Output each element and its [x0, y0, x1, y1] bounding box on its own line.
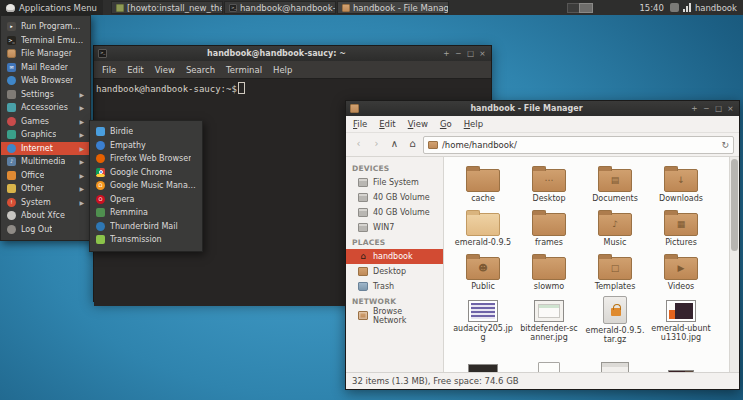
menu-item-log-out[interactable]: Log Out	[1, 223, 90, 237]
menu-item-about-xfce[interactable]: About Xfce	[1, 209, 90, 223]
terminal-menu-search[interactable]: Search	[186, 65, 215, 75]
up-button[interactable]: ∧	[387, 137, 402, 152]
menu-item-mail-reader[interactable]: ✉Mail Reader	[1, 61, 90, 75]
menu-item-run-program[interactable]: ▸Run Program...	[1, 20, 90, 34]
back-button[interactable]: ‹	[351, 137, 366, 152]
file-item[interactable]	[450, 358, 516, 372]
file-item[interactable]: ↓Downloads	[648, 162, 714, 206]
terminal-menu-file[interactable]: File	[102, 65, 116, 75]
file-item[interactable]: frames	[516, 206, 582, 250]
menu-item-games[interactable]: Games▶	[1, 115, 90, 129]
file-manager-minimize-button[interactable]: −	[702, 104, 711, 113]
submenu-item-remmina[interactable]: Remmina	[90, 206, 202, 220]
terminal-titlebar[interactable]: >_ handbook@handbook-saucy: ~ +−□×	[94, 46, 491, 61]
file-name: Desktop	[533, 194, 566, 203]
fm-menu-go[interactable]: Go	[440, 119, 452, 129]
terminal-menu-terminal[interactable]: Terminal	[226, 65, 262, 75]
workspace-2[interactable]	[579, 3, 593, 13]
file-item[interactable]: emerald-0.9.5.tar.gz	[582, 294, 648, 358]
workspace-switcher[interactable]	[567, 3, 593, 13]
clock[interactable]: 15:40	[639, 3, 664, 13]
submenu-item-birdie[interactable]: Birdie	[90, 125, 202, 139]
menu-item-system[interactable]: !System▶	[1, 196, 90, 210]
folder-icon	[358, 267, 368, 276]
sidebar-item-40-gb-volume[interactable]: 40 GB Volume	[346, 190, 443, 205]
taskbar-button[interactable]: handbook - File Manager	[337, 1, 449, 14]
terminal-minimize-button[interactable]: −	[454, 49, 463, 58]
about-xfce-icon	[7, 211, 16, 220]
file-item[interactable]: □Templates	[582, 250, 648, 294]
file-item[interactable]: audacity205.jpg	[450, 294, 516, 358]
file-item[interactable]: ♪Music	[582, 206, 648, 250]
menu-item-internet[interactable]: Internet▶	[1, 142, 90, 156]
sidebar-item-browse-network[interactable]: Browse Network	[346, 308, 443, 323]
submenu-item-google-chrome[interactable]: Google Chrome	[90, 166, 202, 180]
file-manager-shade-button[interactable]: +	[690, 104, 699, 113]
menu-item-other[interactable]: Other▶	[1, 182, 90, 196]
file-item[interactable]: emerald-ubuntu1310.jpg	[648, 294, 714, 358]
fm-menu-view[interactable]: View	[408, 119, 428, 129]
file-pane[interactable]: cache⋯Desktop▤Documents↓Downloadsemerald…	[444, 157, 739, 372]
file-item[interactable]	[648, 358, 714, 372]
scrollbar-thumb[interactable]	[731, 159, 738, 251]
submenu-item-transmission[interactable]: Transmission	[90, 233, 202, 247]
menu-item-multimedia[interactable]: ♪Multimedia▶	[1, 155, 90, 169]
fm-menu-file[interactable]: File	[353, 119, 367, 129]
sidebar-item-handbook[interactable]: ⌂handbook	[346, 249, 443, 264]
updates-tray-icon[interactable]	[670, 3, 679, 12]
menu-item-settings[interactable]: Settings▶	[1, 88, 90, 102]
sidebar-item-desktop[interactable]: Desktop	[346, 264, 443, 279]
taskbar-button[interactable]: [howto:install_new_the...	[111, 1, 223, 14]
file-item[interactable]: ▶Videos	[648, 250, 714, 294]
file-item[interactable]: ☻Public	[450, 250, 516, 294]
file-item[interactable]: ↩	[516, 358, 582, 372]
submenu-item-firefox-web-browser[interactable]: Firefox Web Browser	[90, 152, 202, 166]
forward-button[interactable]: ›	[369, 137, 384, 152]
menu-item-label: Accessories	[21, 103, 68, 112]
chrome-icon	[96, 168, 105, 177]
menu-item-accessories[interactable]: Accessories▶	[1, 101, 90, 115]
menu-item-file-manager[interactable]: File Manager	[1, 47, 90, 61]
file-item[interactable]: cache	[450, 162, 516, 206]
submenu-item-opera[interactable]: OOpera	[90, 193, 202, 207]
menu-item-web-browser[interactable]: Web Browser	[1, 74, 90, 88]
terminal-menu-help[interactable]: Help	[273, 65, 292, 75]
terminal-menu-view[interactable]: View	[155, 65, 175, 75]
file-item[interactable]: emerald-0.9.5	[450, 206, 516, 250]
applications-menu-button[interactable]: Applications Menu	[0, 0, 103, 15]
taskbar-button[interactable]: >_handbook@handbook-s...	[224, 1, 336, 14]
sidebar-item-file-system[interactable]: File System	[346, 175, 443, 190]
sidebar-item-trash[interactable]: Trash	[346, 279, 443, 294]
terminal-menu-edit[interactable]: Edit	[127, 65, 143, 75]
terminal-shade-button[interactable]: +	[442, 49, 451, 58]
fm-menu-help[interactable]: Help	[464, 119, 483, 129]
fm-menu-edit[interactable]: Edit	[379, 119, 395, 129]
terminal-maximize-button[interactable]: □	[466, 49, 475, 58]
file-item[interactable]: ▤Documents	[582, 162, 648, 206]
file-item[interactable]: bitdefender-scanner.jpg	[516, 294, 582, 358]
file-item[interactable]	[582, 358, 648, 372]
menu-item-office[interactable]: Office▶	[1, 169, 90, 183]
system-icon: !	[7, 198, 16, 207]
file-manager-close-button[interactable]: ×	[726, 104, 735, 113]
menu-item-terminal-emulator[interactable]: >_Terminal Emulator	[1, 34, 90, 48]
file-manager-maximize-button[interactable]: □	[714, 104, 723, 113]
folder-emblem-icon: ⋯	[533, 173, 565, 187]
file-item[interactable]: slowmo	[516, 250, 582, 294]
sidebar-item-40-gb-volume[interactable]: 40 GB Volume	[346, 205, 443, 220]
vertical-scrollbar[interactable]	[729, 157, 739, 372]
sidebar-item-win7[interactable]: WIN7	[346, 220, 443, 235]
reload-icon[interactable]: ↻	[721, 140, 729, 150]
submenu-item-thunderbird-mail[interactable]: Thunderbird Mail	[90, 220, 202, 234]
path-input[interactable]: /home/handbook/ ↻	[423, 136, 734, 154]
file-manager-titlebar[interactable]: handbook - File Manager +−□×	[346, 101, 739, 116]
network-tray-icon[interactable]	[683, 3, 691, 12]
file-item[interactable]: ⋯Desktop	[516, 162, 582, 206]
terminal-close-button[interactable]: ×	[478, 49, 487, 58]
submenu-item-google-music-manager[interactable]: ΩGoogle Music Manager	[90, 179, 202, 193]
file-item[interactable]: ▦Pictures	[648, 206, 714, 250]
home-button[interactable]: ⌂	[405, 137, 420, 152]
submenu-arrow-icon: ▶	[79, 185, 84, 192]
submenu-item-empathy[interactable]: Empathy	[90, 139, 202, 153]
menu-item-graphics[interactable]: Graphics▶	[1, 128, 90, 142]
